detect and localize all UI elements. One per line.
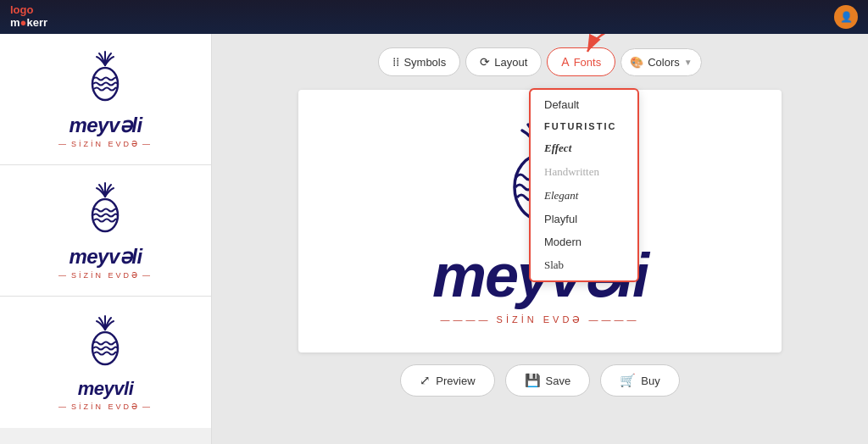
layout-button[interactable]: ⟳ Layout <box>465 47 542 76</box>
font-option-elegant[interactable]: Elegant <box>531 184 637 208</box>
colors-button[interactable]: 🎨 Colors ▼ <box>620 48 701 76</box>
save-label: Save <box>546 375 571 387</box>
font-option-modern[interactable]: Modern <box>531 230 637 253</box>
toolbar: ⁞⁞ Symbols ⟳ Layout A Fonts 🎨 Colors ▼ D… <box>378 47 701 76</box>
bottom-actions: ⤢ Preview 💾 Save 🛒 Buy <box>400 364 679 397</box>
pineapple-icon-2 <box>82 181 129 240</box>
buy-icon: 🛒 <box>620 373 636 388</box>
buy-label: Buy <box>641 375 659 387</box>
font-option-playful[interactable]: Playful <box>531 208 637 230</box>
fonts-icon: A <box>561 55 569 69</box>
save-icon: 💾 <box>525 373 541 388</box>
symbols-icon: ⁞⁞ <box>392 55 399 69</box>
colors-icon: 🎨 <box>630 56 643 69</box>
topbar: logo m●kerr 👤 <box>0 0 868 34</box>
font-option-slab[interactable]: Slab <box>531 253 637 277</box>
content-area: ⁞⁞ Symbols ⟳ Layout A Fonts 🎨 Colors ▼ D… <box>212 34 868 444</box>
fonts-dropdown: Default FUTURISTIC Effect Handwritten El… <box>529 88 639 282</box>
preview-icon: ⤢ <box>420 373 431 388</box>
save-button[interactable]: 💾 Save <box>505 364 591 397</box>
layout-icon: ⟳ <box>480 55 490 69</box>
sidebar-item-3[interactable]: meyvli SİZİN EVDƏ <box>0 297 211 428</box>
pineapple-icon-1 <box>82 50 129 108</box>
font-option-effect[interactable]: Effect <box>531 136 637 160</box>
preview-label: Preview <box>436 375 475 387</box>
sidebar-sub-1: SİZİN EVDƏ <box>56 140 155 148</box>
preview-button[interactable]: ⤢ Preview <box>400 364 494 397</box>
sidebar-item-2[interactable]: meyvəli SİZİN EVDƏ <box>0 165 211 297</box>
fonts-button[interactable]: A Fonts <box>547 47 615 76</box>
sidebar-sub-3: SİZİN EVDƏ <box>56 402 155 411</box>
main-layout: meyvəli SİZİN EVDƏ <box>0 34 868 444</box>
symbols-label: Symbols <box>403 56 446 69</box>
sidebar-sub-2: SİZİN EVDƏ <box>56 271 155 280</box>
symbols-button[interactable]: ⁞⁞ Symbols <box>378 47 460 76</box>
logo: logo m●kerr <box>10 4 47 30</box>
fonts-label: Fonts <box>574 56 602 69</box>
sidebar-brand-3: meyvli <box>78 378 134 400</box>
user-avatar[interactable]: 👤 <box>834 5 858 29</box>
colors-label: Colors <box>648 56 680 69</box>
font-option-futuristic[interactable]: FUTURISTIC <box>531 116 637 136</box>
main-sub-text: SİZİN EVDƏ <box>436 314 645 325</box>
sidebar-item-1[interactable]: meyvəli SİZİN EVDƏ <box>0 34 211 165</box>
buy-button[interactable]: 🛒 Buy <box>600 364 679 397</box>
chevron-down-icon: ▼ <box>684 58 693 67</box>
sidebar: meyvəli SİZİN EVDƏ <box>0 34 212 444</box>
sidebar-brand-2: meyvəli <box>69 245 142 269</box>
font-option-handwritten[interactable]: Handwritten <box>531 160 637 184</box>
layout-label: Layout <box>494 56 527 69</box>
font-option-default[interactable]: Default <box>531 93 637 116</box>
pineapple-icon-3 <box>82 314 129 373</box>
sidebar-brand-1: meyvəli <box>69 114 142 137</box>
